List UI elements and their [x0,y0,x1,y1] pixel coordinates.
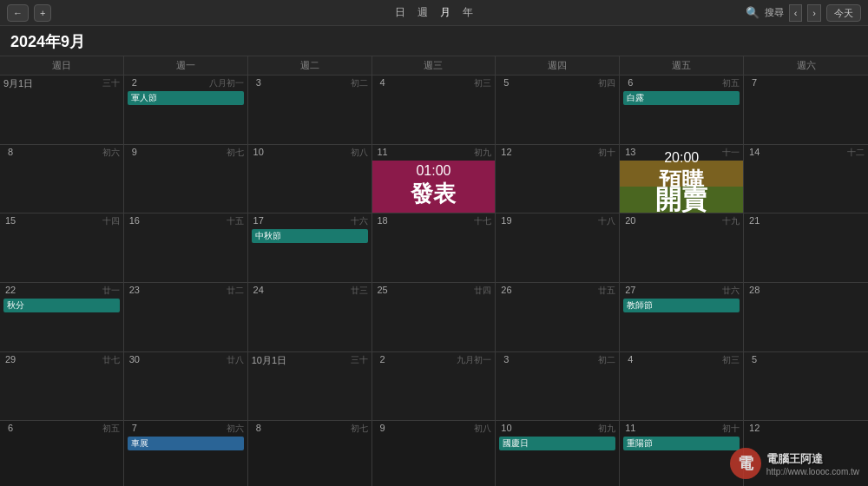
event-bar[interactable]: 中秋節 [252,229,368,243]
day-cell[interactable]: 5 [744,352,868,422]
lunar-date: 十二 [847,147,865,159]
day-cell[interactable]: 14十二 [744,145,868,214]
day-cell[interactable]: 9初八 [372,421,496,486]
lunar-date: 十七 [474,215,491,227]
today-btn[interactable]: 今天 [826,4,861,22]
view-day[interactable]: 日 [395,5,405,20]
lunar-date: 初六 [102,147,120,159]
day-cell[interactable]: 11初九01:00發表 [372,145,496,214]
watermark: 電 電腦王阿達 http://www.loooc.com.tw [730,448,859,479]
day-number: 7 [128,423,141,435]
day-cell[interactable]: 4初三 [372,76,496,145]
lunar-date: 三十 [351,354,368,367]
day-cell[interactable]: 6初五白露 [620,76,744,145]
day-cell[interactable]: 2八月初一軍人節 [124,76,248,145]
day-cell[interactable]: 10月1日三十 [248,352,372,422]
day-cell[interactable]: 11初十重陽節 [620,421,744,486]
event-bar[interactable]: 秋分 [3,299,120,312]
lunar-date: 廿二 [227,285,244,297]
day-number: 19 [499,215,513,227]
day-number: 14 [747,147,761,159]
day-cell[interactable]: 29廿七 [0,352,124,422]
back-btn[interactable]: ← [7,4,29,22]
day-cell[interactable]: 22廿一秋分 [0,283,124,352]
day-cell[interactable]: 28 [744,283,868,352]
event-bar[interactable]: 車展 [128,437,244,450]
day-cell[interactable]: 8初六 [0,145,124,214]
day-cell[interactable]: 26廿五 [496,283,620,352]
day-cell[interactable]: 2九月初一 [372,352,496,422]
sale-event[interactable]: 開賣 [620,187,743,213]
launch-event[interactable]: 01:00發表 [372,161,496,213]
day-number: 4 [623,354,637,366]
day-number: 6 [623,77,637,89]
event-bar[interactable]: 重陽節 [623,437,740,450]
dow-mon: 週一 [124,56,248,75]
day-cell[interactable]: 12初十 [496,145,620,214]
day-cell[interactable]: 7 [744,76,868,145]
event-bar[interactable]: 軍人節 [128,91,244,105]
day-cell[interactable]: 6初五 [0,421,124,486]
event-bar[interactable]: 教師節 [623,299,740,312]
day-cell[interactable]: 18十七 [372,213,496,283]
event-bar[interactable]: 白露 [623,91,740,105]
view-week[interactable]: 週 [418,5,428,20]
day-cell[interactable]: 3初二 [248,76,372,145]
day-cell[interactable]: 20十九 [620,213,744,283]
day-number: 24 [252,285,266,297]
launch-time: 01:00 [416,163,450,179]
day-cell[interactable]: 10初九國慶日 [496,421,620,486]
lunar-date: 初二 [598,354,615,366]
day-cell[interactable]: 16十五 [124,213,248,283]
add-btn[interactable]: + [34,4,51,22]
day-cell[interactable]: 25廿四 [372,283,496,352]
view-year[interactable]: 年 [463,5,473,20]
day-cell[interactable]: 27廿六教師節 [620,283,744,352]
event-bar[interactable]: 國慶日 [499,437,615,450]
launch-label: 發表 [411,179,456,209]
lunar-date: 初八 [351,147,368,159]
day-cell[interactable]: 13十一20:00預購開賣 [620,145,744,214]
day-cell[interactable]: 24廿三 [248,283,372,352]
day-number: 3 [499,354,513,366]
day-cell[interactable]: 10初八 [248,145,372,214]
lunar-date: 初八 [474,423,491,435]
lunar-date: 初七 [351,423,368,435]
day-cell[interactable]: 19十八 [496,213,620,283]
day-number: 4 [376,77,390,89]
view-month[interactable]: 月 [440,5,450,20]
day-number: 10 [252,147,266,159]
day-cell[interactable]: 21 [744,213,868,283]
lunar-date: 十六 [351,215,368,227]
day-number: 10 [499,423,513,435]
nav-prev-btn[interactable]: ‹ [789,4,803,22]
day-cell[interactable]: 23廿二 [124,283,248,352]
lunar-date: 初四 [598,77,615,89]
day-number: 9 [128,147,141,159]
day-cell[interactable]: 7初六車展 [124,421,248,486]
day-cell[interactable]: 8初七 [248,421,372,486]
day-cell[interactable]: 15十四 [0,213,124,283]
day-cell[interactable]: 5初四 [496,76,620,145]
day-cell[interactable]: 9月1日三十 [0,76,124,145]
day-number: 6 [3,423,17,435]
day-cell[interactable]: 30廿八 [124,352,248,422]
day-cell[interactable]: 3初二 [496,352,620,422]
lunar-date: 十八 [598,215,615,227]
lunar-date: 八月初一 [209,77,244,89]
day-cell[interactable]: 4初三 [620,352,744,422]
lunar-date: 廿一 [102,285,120,297]
day-cell[interactable]: 17十六中秋節 [248,213,372,283]
day-number: 10月1日 [252,354,286,367]
search-icon[interactable]: 🔍 [746,6,760,19]
day-number: 26 [499,285,513,297]
day-number: 5 [747,354,761,364]
day-number: 2 [128,77,141,89]
lunar-date: 初九 [474,147,491,159]
day-number: 2 [376,354,390,366]
calendar-grid: 9月1日三十2八月初一軍人節3初二4初三5初四6初五白露78初六9初七10初八1… [0,76,868,486]
nav-next-btn[interactable]: › [807,4,821,22]
watermark-url: http://www.loooc.com.tw [766,467,859,476]
day-number: 22 [3,285,17,297]
day-cell[interactable]: 9初七 [124,145,248,214]
